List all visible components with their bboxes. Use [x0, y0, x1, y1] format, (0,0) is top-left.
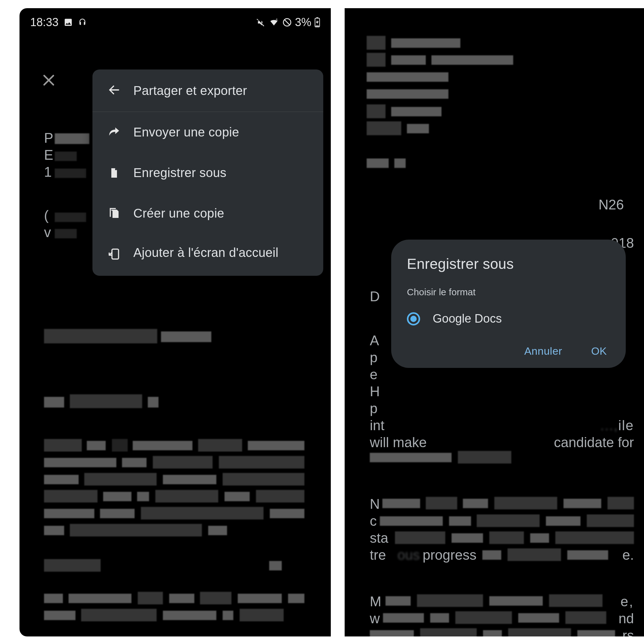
bg-text: D: [370, 289, 380, 304]
battery-icon: [314, 17, 320, 27]
bg-text: v: [44, 225, 51, 240]
bg-text: N26: [598, 197, 624, 213]
radio-label: Google Docs: [433, 312, 502, 325]
svg-line-2: [284, 19, 290, 25]
image-icon: [64, 18, 73, 27]
bg-text: e: [370, 367, 377, 382]
bg-text: N: [370, 496, 380, 512]
status-time: 18:33: [30, 16, 58, 29]
bg-text: int: [370, 418, 384, 433]
bg-text: rs: [622, 628, 634, 636]
bg-text: 1: [44, 164, 52, 180]
bg-text: sta: [370, 530, 388, 546]
dialog-title: Enregistrer sous: [407, 255, 613, 272]
headset-icon: [78, 18, 87, 27]
copy-icon: [108, 207, 121, 220]
svg-rect-9: [112, 249, 119, 259]
bg-text: A: [370, 333, 379, 348]
save-as-dialog: Enregistrer sous Choisir le format Googl…: [391, 240, 626, 368]
bg-text: e,: [620, 594, 634, 609]
document-icon: [108, 166, 121, 180]
radio-checked-icon: [407, 312, 420, 325]
bg-text: (: [44, 208, 49, 223]
menu-item-send-copy[interactable]: Envoyer une copie: [92, 112, 323, 153]
menu-label: Créer une copie: [133, 206, 224, 220]
bg-text: ous: [397, 547, 420, 563]
cancel-button[interactable]: Annuler: [524, 345, 562, 357]
bg-text: p: [370, 401, 377, 416]
wifi-icon: 6: [269, 18, 279, 27]
menu-label: Envoyer une copie: [133, 125, 239, 139]
dnd-icon: [282, 18, 292, 27]
dialog-subtitle: Choisir le format: [407, 287, 613, 297]
bg-text: P: [44, 130, 53, 146]
bg-text: tre: [370, 547, 386, 563]
bg-text: ...,ile: [600, 418, 634, 433]
mute-icon: [256, 18, 265, 27]
svg-text:6: 6: [276, 18, 278, 22]
left-screenshot: 18:33 6 3%: [19, 8, 331, 636]
svg-rect-5: [316, 25, 319, 26]
bg-text: E: [44, 147, 53, 163]
back-arrow-icon[interactable]: [108, 83, 121, 98]
share-icon: [108, 126, 121, 139]
bg-text: c: [370, 513, 377, 529]
bg-text: p: [370, 350, 377, 365]
menu-item-save-as[interactable]: Enregistrer sous: [92, 153, 323, 193]
menu-item-make-copy[interactable]: Créer une copie: [92, 193, 323, 234]
svg-rect-4: [316, 17, 318, 18]
ok-button[interactable]: OK: [591, 345, 607, 357]
bg-text: will make: [370, 435, 427, 450]
menu-item-add-to-homescreen[interactable]: Ajouter à l'écran d'accueil: [92, 234, 323, 276]
share-export-menu: Partager et exporter Envoyer une copie E…: [92, 69, 323, 276]
menu-label: Enregistrer sous: [133, 166, 226, 180]
bg-text: progress: [423, 547, 476, 563]
menu-label: Ajouter à l'écran d'accueil: [133, 244, 278, 261]
right-screenshot: N26 018 D A p e H p int ...,ile will mak…: [345, 8, 644, 636]
bg-text: M: [370, 594, 381, 609]
bg-text: H: [370, 384, 380, 399]
bg-text: w: [370, 611, 380, 626]
format-option-google-docs[interactable]: Google Docs: [407, 312, 613, 325]
bg-text: nd: [619, 611, 634, 626]
add-home-icon: [108, 247, 121, 261]
bg-text: e.: [622, 547, 634, 563]
status-bar: 18:33 6 3%: [19, 8, 331, 36]
battery-pct: 3%: [295, 16, 311, 29]
bg-text: candidate for: [554, 435, 634, 450]
menu-title: Partager et exporter: [133, 84, 247, 98]
close-button[interactable]: [41, 72, 57, 89]
